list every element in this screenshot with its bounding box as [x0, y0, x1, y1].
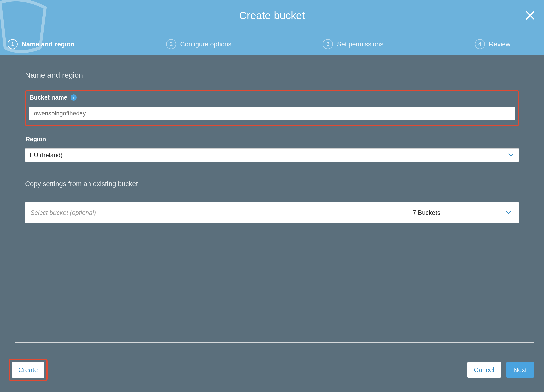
step-set-permissions[interactable]: 3 Set permissions [323, 39, 383, 49]
close-icon [525, 11, 535, 20]
copy-settings-select[interactable]: Select bucket (optional) 7 Buckets [25, 202, 519, 223]
info-icon[interactable]: i [71, 94, 77, 101]
bucket-name-label-row: Bucket name i [30, 94, 515, 101]
wizard-header: Create bucket 1 Name and region 2 Config… [0, 0, 544, 55]
step-number: 2 [166, 39, 176, 49]
step-number: 3 [323, 39, 333, 49]
region-label: Region [26, 136, 519, 143]
bucket-name-label: Bucket name [30, 94, 67, 101]
section-title: Name and region [25, 71, 519, 79]
bucket-name-input[interactable] [29, 107, 515, 120]
region-value: EU (Ireland) [30, 152, 62, 159]
wizard-steps: 1 Name and region 2 Configure options 3 … [0, 39, 544, 49]
create-button[interactable]: Create [12, 362, 44, 378]
step-name-and-region[interactable]: 1 Name and region [8, 39, 75, 49]
cancel-button[interactable]: Cancel [467, 362, 501, 378]
bucket-name-highlight: Bucket name i [25, 90, 519, 126]
step-number: 1 [8, 39, 18, 49]
form-content: Name and region Bucket name i Region EU … [0, 55, 544, 223]
copy-settings-title: Copy settings from an existing bucket [25, 180, 519, 188]
region-select[interactable]: EU (Ireland) [25, 148, 519, 162]
buckets-count: 7 Buckets [413, 209, 440, 216]
step-number: 4 [475, 39, 485, 49]
chevron-down-icon [506, 211, 511, 214]
copy-settings-right: 7 Buckets [413, 209, 511, 216]
footer-divider [15, 342, 534, 343]
divider [25, 172, 519, 172]
next-button[interactable]: Next [506, 362, 534, 378]
create-button-highlight: Create [9, 359, 48, 381]
copy-settings-placeholder: Select bucket (optional) [30, 209, 96, 216]
step-review[interactable]: 4 Review [475, 39, 510, 49]
step-label: Configure options [180, 40, 231, 48]
close-button[interactable] [525, 11, 535, 20]
dialog-title: Create bucket [0, 0, 544, 22]
footer-actions: Create Cancel Next [0, 359, 544, 381]
right-actions: Cancel Next [467, 362, 534, 378]
chevron-down-icon [508, 153, 514, 157]
step-label: Set permissions [337, 40, 383, 48]
step-label: Review [489, 40, 510, 48]
step-label: Name and region [22, 40, 75, 48]
step-configure-options[interactable]: 2 Configure options [166, 39, 231, 49]
